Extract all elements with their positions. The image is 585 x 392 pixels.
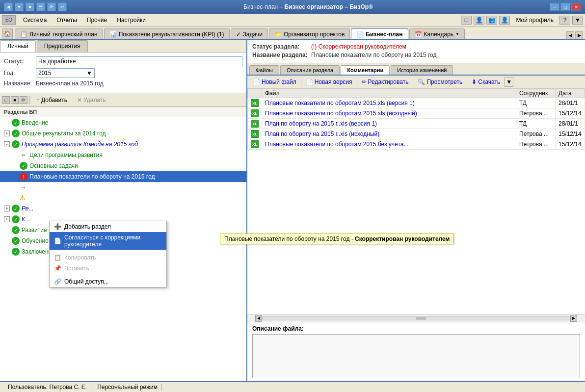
toolbar-icon-4[interactable]: 👤 bbox=[499, 16, 510, 25]
tree-item-8[interactable]: ⚠ bbox=[0, 193, 246, 203]
file-icon-4: XL bbox=[248, 129, 262, 139]
toolbar-icon-3[interactable]: 👥 bbox=[486, 16, 497, 25]
tab-kpi-label: Показатели результативности (KPI) (1) bbox=[119, 31, 224, 38]
expander-9[interactable]: + bbox=[4, 206, 10, 211]
expander-2[interactable]: + bbox=[4, 131, 10, 136]
scroll-left-btn[interactable]: ◀ bbox=[255, 315, 262, 322]
tab-organizer[interactable]: 📁 Организатор проектов bbox=[269, 28, 350, 39]
file-name-3[interactable]: План по обороту на 2015 г..xls (версия 1… bbox=[262, 119, 516, 129]
tab-tasks[interactable]: ✓ Задачи bbox=[231, 28, 268, 39]
context-agree-corrections[interactable]: 📄 Согласиться с коррекциями руководителя bbox=[50, 232, 166, 250]
files-dropdown[interactable]: ▼ bbox=[505, 77, 513, 87]
expander-3[interactable]: - bbox=[4, 141, 10, 147]
context-add-section[interactable]: ➕ Добавить раздел bbox=[50, 221, 166, 232]
file-row-3[interactable]: XL План по обороту на 2015 г..xls (верси… bbox=[248, 119, 585, 129]
tree-item-3[interactable]: - ✓ Программа развития Комода на 2015 го… bbox=[0, 139, 246, 150]
right-tab-history[interactable]: История изменений bbox=[391, 65, 453, 75]
add-button[interactable]: + Добавить bbox=[32, 95, 72, 105]
section-status-value: (!) Скорректирован руководителем bbox=[311, 43, 406, 50]
add-label: Добавить bbox=[41, 97, 67, 104]
titlebar: ◀ ▼ ■ ☰ ⟳ ↩ Бизнес-план – Бизнес организ… bbox=[0, 0, 585, 14]
tab-kpi-icon: 📊 bbox=[109, 31, 117, 38]
tree-item-6[interactable]: ! Плановые показатели по обороту на 2015… bbox=[0, 171, 246, 182]
file-desc-box[interactable] bbox=[252, 334, 580, 378]
file-employee-5: Петрова ... bbox=[516, 139, 556, 150]
right-tab-comments[interactable]: Комментарии bbox=[341, 65, 390, 75]
profile-button[interactable]: Мой профиль bbox=[512, 16, 558, 25]
app-icon-2[interactable]: ▼ bbox=[15, 2, 24, 11]
scroll-right-btn[interactable]: ▶ bbox=[570, 315, 577, 322]
files-sep-1 bbox=[301, 78, 301, 86]
scroll-thumb[interactable] bbox=[416, 317, 426, 320]
app-icon-4[interactable]: ☰ bbox=[36, 2, 45, 11]
status-icon-10: ✓ bbox=[12, 215, 20, 223]
toolbar-icon-refresh[interactable]: ⟳ bbox=[20, 96, 27, 104]
maximize-button[interactable]: □ bbox=[560, 3, 570, 11]
window-controls[interactable]: ─ □ ✕ bbox=[550, 3, 581, 11]
tree-item-2[interactable]: + ✓ Общие результаты за 2014 год bbox=[0, 128, 246, 139]
close-button[interactable]: ✕ bbox=[571, 3, 581, 11]
view-button[interactable]: 🔍 Просмотреть bbox=[414, 77, 466, 87]
status-input[interactable]: На доработке bbox=[36, 56, 242, 66]
tree-item-4[interactable]: ✏ Цели программы развития bbox=[0, 150, 246, 160]
tree-item-1[interactable]: ✓ Введение bbox=[0, 117, 246, 128]
tab-creative-plan[interactable]: 📋 Личный творческий план bbox=[15, 28, 103, 39]
settings-icon[interactable]: ▼ bbox=[572, 16, 583, 25]
toolbar-icon-1[interactable]: □ bbox=[461, 16, 472, 25]
files-table: Файл Сотрудник Дата XL Плановые показате… bbox=[247, 88, 585, 150]
file-name-1[interactable]: Плановые показатели по оборотам 2015.xls… bbox=[262, 98, 516, 108]
context-sep-1 bbox=[50, 251, 166, 251]
edit-button[interactable]: ✏ Редактировать bbox=[358, 77, 412, 87]
scroll-track[interactable] bbox=[262, 316, 570, 320]
tree-item-5[interactable]: ✓ Основные задачи bbox=[0, 160, 246, 171]
new-version-button[interactable]: 📄 Новая версия bbox=[302, 77, 356, 87]
file-row-5[interactable]: XL Плановые показатели по оборотам 2015 … bbox=[248, 139, 585, 150]
tab-calendar[interactable]: 📅 Календарь ▼ bbox=[409, 28, 465, 39]
file-name-2[interactable]: Плановые показатели по оборотам 2015.xls… bbox=[262, 108, 516, 119]
tree-item-9[interactable]: + ✓ Ре... bbox=[0, 203, 246, 214]
status-icon-13: ✓ bbox=[12, 248, 20, 256]
files-table-container: Файл Сотрудник Дата XL Плановые показате… bbox=[247, 88, 585, 314]
right-tab-files[interactable]: Файлы bbox=[249, 65, 279, 75]
left-tab-enterprise[interactable]: Предприятия bbox=[37, 40, 88, 52]
file-row-4[interactable]: XL План по обороту на 2015 г..xls (исход… bbox=[248, 129, 585, 139]
toolbar-icon-collapse[interactable]: □ bbox=[2, 96, 10, 104]
context-copy: 📋 Копировать bbox=[50, 252, 166, 263]
delete-button[interactable]: ✕ Удалить bbox=[73, 95, 110, 105]
tab-kpi[interactable]: 📊 Показатели результативности (KPI) (1) bbox=[104, 28, 230, 39]
tab-calendar-dropdown-icon[interactable]: ▼ bbox=[455, 32, 459, 36]
menu-otchety[interactable]: Отчеты bbox=[52, 15, 81, 25]
app-icon-3[interactable]: ■ bbox=[26, 2, 34, 11]
download-button[interactable]: ⬇ Скачать bbox=[468, 77, 504, 87]
toolbar-icon-expand[interactable]: ■ bbox=[11, 96, 19, 104]
help-icon[interactable]: ? bbox=[559, 16, 570, 25]
app-icon-1[interactable]: ◀ bbox=[4, 2, 13, 11]
new-file-button[interactable]: 📄 Новый файл bbox=[249, 77, 300, 87]
tab-bizplan[interactable]: 📄 Бизнес-план bbox=[351, 28, 408, 39]
file-name-5[interactable]: Плановые показатели по оборотам 2015 без… bbox=[262, 139, 516, 150]
menu-prochie[interactable]: Прочие bbox=[82, 15, 111, 25]
toolbar-icon-2[interactable]: 👤 bbox=[474, 16, 484, 25]
app-icon-6[interactable]: ↩ bbox=[58, 2, 67, 11]
menu-sistema[interactable]: Система bbox=[19, 15, 51, 25]
tab-nav-right[interactable]: ▶ bbox=[575, 31, 583, 39]
tab-calendar-label: Календарь bbox=[424, 31, 454, 38]
left-tab-personal[interactable]: Личный bbox=[0, 40, 36, 52]
file-row-2[interactable]: XL Плановые показатели по оборотам 2015.… bbox=[248, 108, 585, 119]
tree-item-7[interactable]: → bbox=[0, 182, 246, 193]
tab-tasks-icon: ✓ bbox=[236, 31, 241, 38]
menu-nastroyki[interactable]: Настройки bbox=[112, 15, 150, 25]
minimize-button[interactable]: ─ bbox=[550, 3, 559, 11]
year-select[interactable]: 2015 ▼ bbox=[36, 68, 95, 78]
home-tab-icon[interactable]: 🏠 bbox=[2, 28, 13, 39]
horizontal-scrollbar[interactable]: ◀ ▶ bbox=[247, 314, 585, 322]
context-share-label: Общий доступ... bbox=[64, 278, 109, 285]
expander-10[interactable]: + bbox=[4, 216, 10, 222]
file-row-1[interactable]: XL Плановые показатели по оборотам 2015.… bbox=[248, 98, 585, 108]
app-icon-5[interactable]: ⟳ bbox=[47, 2, 56, 11]
tab-nav-left[interactable]: ◀ bbox=[566, 31, 574, 39]
file-date-4: 15/12/14 bbox=[556, 129, 585, 139]
right-tab-description[interactable]: Описание раздела bbox=[280, 65, 340, 75]
file-name-4[interactable]: План по обороту на 2015 г..xls (исходный… bbox=[262, 129, 516, 139]
context-share[interactable]: 🔗 Общий доступ... bbox=[50, 276, 166, 287]
